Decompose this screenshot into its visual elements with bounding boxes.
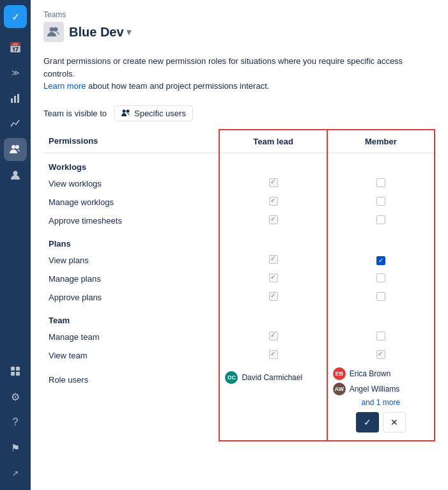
perm-manage-plans: Manage plans xyxy=(43,270,219,288)
perm-approve-timesheets: Approve timesheets xyxy=(43,211,219,230)
settings-icon[interactable]: ⚙ xyxy=(4,385,27,408)
help-icon[interactable]: ? xyxy=(4,411,27,434)
checkbox-member-manage-team[interactable] xyxy=(376,332,385,341)
perm-approve-plans: Approve plans xyxy=(43,288,219,307)
svg-point-13 xyxy=(126,110,129,113)
svg-point-5 xyxy=(13,171,18,176)
svg-rect-0 xyxy=(11,98,13,103)
member-avatar-2: AW xyxy=(333,383,346,395)
svg-rect-9 xyxy=(16,372,20,376)
table-row: View worklogs xyxy=(43,174,435,193)
checkbox-member-approve-plans[interactable] xyxy=(376,292,385,301)
learn-more-link[interactable]: Learn more xyxy=(43,81,86,91)
cancel-button[interactable]: ✕ xyxy=(383,412,406,433)
section-worklogs-label: Worklogs xyxy=(43,153,219,174)
table-row: Approve timesheets xyxy=(43,211,435,230)
table-row: View plans ✓ xyxy=(43,251,435,270)
col-teamlead-header: Team lead xyxy=(219,130,327,153)
perm-manage-worklogs: Manage worklogs xyxy=(43,193,219,211)
visibility-row: Team is visible to Specific users xyxy=(31,100,448,129)
checkbox-teamlead-manage-plans[interactable] xyxy=(269,273,278,282)
checkbox-member-view-team[interactable] xyxy=(376,350,385,359)
svg-point-12 xyxy=(122,110,125,113)
role-users-row: Role users DC David Carmichael EB Erica … xyxy=(43,365,435,441)
checkbox-teamlead-approve-plans[interactable] xyxy=(269,292,278,301)
svg-rect-6 xyxy=(11,367,15,371)
teamlead-user-chip: DC David Carmichael xyxy=(225,371,321,384)
section-worklogs: Worklogs xyxy=(43,153,435,174)
role-users-label: Role users xyxy=(43,365,219,441)
svg-rect-7 xyxy=(16,367,20,371)
calendar-icon[interactable]: 📅 xyxy=(4,36,27,59)
external-icon[interactable]: ↗ xyxy=(4,462,27,485)
visibility-text: Specific users xyxy=(134,109,186,118)
svg-rect-2 xyxy=(17,94,19,103)
svg-point-3 xyxy=(12,145,15,149)
table-row: View team xyxy=(43,346,435,365)
confirm-button[interactable]: ✓ xyxy=(356,412,379,433)
flag-icon[interactable]: ⚑ xyxy=(4,436,27,459)
checkbox-member-manage-plans[interactable] xyxy=(376,273,385,282)
svg-rect-8 xyxy=(11,372,15,376)
perm-view-worklogs: View worklogs xyxy=(43,174,219,193)
checkbox-member-view-worklogs[interactable] xyxy=(376,178,385,187)
profile-icon[interactable] xyxy=(4,164,27,187)
breadcrumb: Teams xyxy=(43,10,435,19)
member-user-chip-2: AW Angel Williams xyxy=(333,383,429,395)
checkbox-teamlead-approve-timesheets[interactable] xyxy=(269,215,278,224)
col-permissions-header: Permissions xyxy=(43,130,219,153)
teams-icon[interactable] xyxy=(4,138,27,161)
svg-point-10 xyxy=(50,27,54,32)
description: Grant permissions or create new permissi… xyxy=(31,47,448,100)
section-team-label: Team xyxy=(43,307,219,328)
grid-icon[interactable] xyxy=(4,360,27,383)
section-team: Team xyxy=(43,307,435,328)
chevron-down-icon: ▾ xyxy=(127,27,131,37)
checkbox-member-approve-timesheets[interactable] xyxy=(376,215,385,224)
svg-point-4 xyxy=(15,145,19,149)
team-title: Blue Dev ▾ xyxy=(43,22,435,42)
member-avatar-1: EB xyxy=(333,367,346,380)
checkbox-member-view-plans[interactable]: ✓ xyxy=(376,256,385,265)
and-more-link[interactable]: and 1 more xyxy=(333,398,429,407)
section-plans: Plans xyxy=(43,230,435,251)
permissions-container: Permissions Team lead Member Worklogs Vi… xyxy=(31,129,448,491)
reports-icon[interactable] xyxy=(4,87,27,110)
member-name-1: Erica Brown xyxy=(350,369,391,378)
perm-manage-team: Manage team xyxy=(43,328,219,346)
perm-view-team: View team xyxy=(43,346,219,365)
table-row: Approve plans xyxy=(43,288,435,307)
main-content: Teams Blue Dev ▾ Grant permissions or cr… xyxy=(31,0,448,490)
teamlead-users-cell: DC David Carmichael xyxy=(219,365,327,441)
home-icon[interactable]: ✓ xyxy=(4,5,27,28)
permissions-table: Permissions Team lead Member Worklogs Vi… xyxy=(43,129,435,441)
perm-view-plans: View plans xyxy=(43,251,219,270)
team-name[interactable]: Blue Dev ▾ xyxy=(69,25,131,40)
table-row: Manage plans xyxy=(43,270,435,288)
checkbox-member-manage-worklogs[interactable] xyxy=(376,197,385,206)
charts-icon[interactable] xyxy=(4,112,27,135)
svg-point-11 xyxy=(54,27,58,32)
table-row: Manage team xyxy=(43,328,435,346)
checkbox-teamlead-view-plans[interactable] xyxy=(269,255,278,264)
checkbox-teamlead-view-worklogs[interactable] xyxy=(269,178,278,187)
header: Teams Blue Dev ▾ xyxy=(31,0,448,47)
section-plans-label: Plans xyxy=(43,230,219,251)
visibility-badge[interactable]: Specific users xyxy=(114,105,193,121)
teamlead-name: David Carmichael xyxy=(242,373,302,382)
checkbox-teamlead-manage-worklogs[interactable] xyxy=(269,197,278,206)
team-avatar xyxy=(43,22,64,42)
member-user-chip-1: EB Erica Brown xyxy=(333,367,429,380)
checkbox-teamlead-view-team[interactable] xyxy=(269,350,278,359)
col-member-header: Member xyxy=(327,130,435,153)
member-users-cell: EB Erica Brown AW Angel Williams and 1 m… xyxy=(327,365,435,441)
member-name-2: Angel Williams xyxy=(350,385,400,394)
checkbox-teamlead-manage-team[interactable] xyxy=(269,332,278,341)
action-buttons: ✓ ✕ xyxy=(333,407,429,438)
sidebar: ✓ 📅 ≫ ⚙ ? ⚑ ↗ xyxy=(0,0,31,490)
teamlead-avatar: DC xyxy=(225,371,238,384)
visibility-label: Team is visible to xyxy=(43,109,107,118)
table-row: Manage worklogs xyxy=(43,193,435,211)
svg-rect-1 xyxy=(14,96,16,103)
sprint-icon[interactable]: ≫ xyxy=(4,61,27,84)
